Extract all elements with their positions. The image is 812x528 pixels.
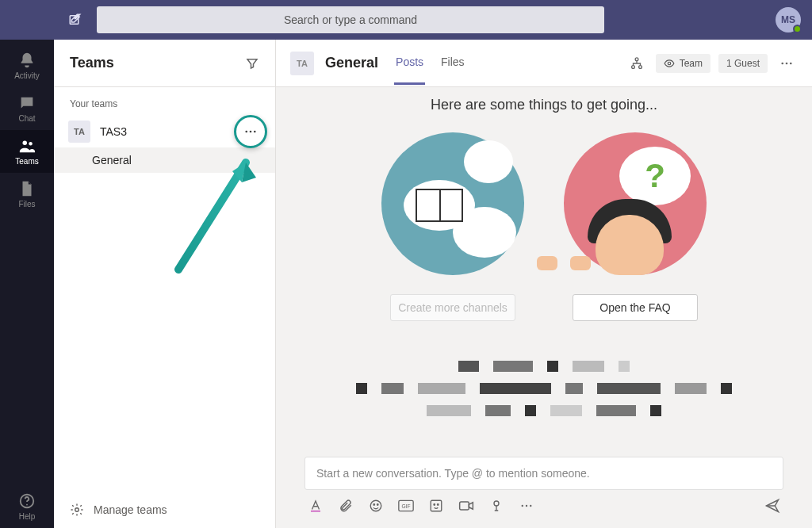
card-faq: ? Open the FAQ: [564, 132, 707, 321]
rail-label: Teams: [15, 157, 38, 166]
svg-point-11: [638, 65, 642, 68]
emoji-icon[interactable]: [368, 498, 384, 514]
tab-posts[interactable]: Posts: [394, 41, 425, 85]
send-icon[interactable]: [764, 498, 780, 514]
svg-rect-21: [431, 500, 442, 511]
svg-point-10: [631, 65, 634, 68]
svg-rect-24: [460, 502, 469, 510]
svg-point-4: [26, 504, 28, 506]
channels-illustration: [381, 132, 524, 275]
svg-point-5: [245, 131, 247, 133]
create-channels-button[interactable]: Create more channels: [390, 294, 515, 321]
panel-title: Teams: [70, 55, 114, 71]
channel-header: TA General Posts Files Team 1 Guest: [276, 40, 812, 87]
svg-point-1: [23, 141, 28, 146]
svg-point-16: [370, 500, 381, 511]
channel-avatar: TA: [290, 52, 314, 75]
presence-available-icon: [793, 25, 802, 33]
svg-point-13: [781, 62, 783, 64]
attach-icon[interactable]: [338, 498, 354, 514]
visibility-chip[interactable]: Team: [656, 54, 710, 73]
svg-point-22: [434, 504, 435, 506]
gear-icon: [70, 503, 84, 517]
svg-point-7: [254, 131, 256, 133]
panel-header: Teams: [54, 40, 275, 87]
manage-teams-button[interactable]: Manage teams: [54, 492, 275, 528]
eye-icon: [664, 58, 675, 69]
svg-point-18: [377, 504, 379, 506]
guest-label: 1 Guest: [726, 58, 760, 69]
faq-illustration: ?: [564, 132, 707, 275]
tab-files[interactable]: Files: [439, 41, 466, 85]
svg-point-28: [530, 505, 531, 507]
redacted-message: [377, 361, 710, 432]
section-label: Your teams: [54, 87, 275, 116]
rail-label: Files: [18, 200, 35, 209]
rail-files[interactable]: Files: [0, 173, 54, 216]
rail-label: Chat: [18, 114, 35, 123]
rail-teams[interactable]: Teams: [0, 130, 54, 173]
rail-chat[interactable]: Chat: [0, 87, 54, 130]
open-faq-button[interactable]: Open the FAQ: [573, 294, 698, 321]
ellipsis-icon: [779, 56, 794, 71]
svg-point-9: [635, 57, 638, 60]
avatar-initials: MS: [781, 14, 795, 25]
team-more-button[interactable]: [234, 115, 267, 148]
svg-point-17: [373, 504, 375, 506]
title-bar: MS: [0, 0, 812, 40]
team-avatar: TA: [68, 121, 90, 143]
rail-label: Help: [19, 512, 36, 521]
org-chart-icon[interactable]: [626, 52, 648, 75]
svg-point-15: [790, 62, 792, 64]
composer-toolbar: GIF: [304, 490, 783, 514]
app-rail: Activity Chat Teams Files Help: [0, 40, 54, 528]
svg-point-27: [526, 505, 527, 507]
meet-now-icon[interactable]: [458, 498, 474, 514]
visibility-label: Team: [680, 58, 703, 69]
rail-label: Activity: [14, 71, 40, 80]
stream-icon[interactable]: [488, 498, 504, 514]
card-create-channels: Create more channels: [381, 132, 524, 321]
svg-point-14: [786, 62, 788, 64]
composer: Start a new conversation. Type @ to ment…: [276, 457, 812, 528]
ellipsis-icon: [243, 124, 258, 139]
channel-more-button[interactable]: [776, 52, 798, 75]
composer-input[interactable]: Start a new conversation. Type @ to ment…: [304, 457, 783, 490]
svg-point-12: [668, 62, 671, 65]
svg-point-26: [522, 505, 523, 507]
channel-tabs: Posts Files: [394, 41, 466, 85]
svg-point-6: [250, 131, 252, 133]
rail-activity[interactable]: Activity: [0, 44, 54, 87]
welcome-title: Here are some things to get going...: [431, 97, 657, 113]
compose-icon[interactable]: [68, 13, 82, 27]
channel-content: Here are some things to get going... Cre…: [276, 87, 812, 457]
guest-chip[interactable]: 1 Guest: [718, 54, 768, 73]
sticker-icon[interactable]: [428, 498, 444, 514]
channel-general[interactable]: General: [54, 147, 275, 173]
more-icon[interactable]: [519, 498, 534, 514]
welcome-cards: Create more channels ? Open the FAQ: [381, 132, 707, 321]
team-row[interactable]: TA TAS3: [54, 116, 275, 147]
filter-icon[interactable]: [245, 56, 259, 71]
manage-teams-label: Manage teams: [94, 503, 167, 516]
avatar[interactable]: MS: [776, 7, 801, 33]
svg-point-2: [29, 142, 32, 145]
rail-help[interactable]: Help: [0, 485, 54, 528]
main-content: TA General Posts Files Team 1 Guest Here…: [276, 40, 812, 528]
gif-icon[interactable]: GIF: [398, 498, 414, 514]
svg-point-8: [75, 508, 79, 512]
channel-actions: Team 1 Guest: [626, 52, 798, 75]
svg-text:GIF: GIF: [401, 503, 410, 509]
search-input[interactable]: [97, 6, 604, 33]
channel-title: General: [325, 55, 378, 71]
team-name: TAS3: [100, 125, 127, 138]
format-icon[interactable]: [308, 498, 324, 514]
svg-point-23: [438, 504, 439, 506]
teams-panel: Teams Your teams TA TAS3 General Manage …: [54, 40, 276, 528]
svg-point-25: [494, 501, 499, 506]
